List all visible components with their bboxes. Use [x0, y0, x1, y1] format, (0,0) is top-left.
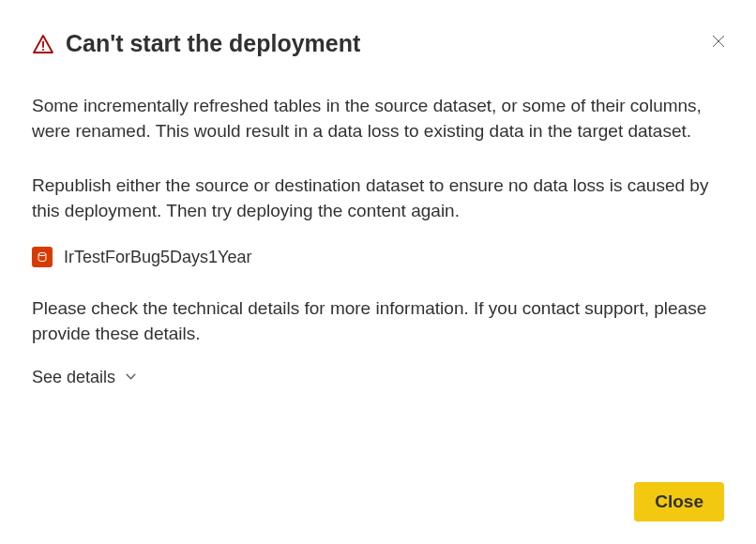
message-paragraph-2: Republish either the source or destinati… — [32, 173, 724, 224]
dialog-body: Some incrementally refreshed tables in t… — [32, 93, 724, 466]
dialog-header: Can't start the deployment — [32, 28, 724, 59]
close-icon — [711, 34, 726, 52]
svg-point-4 — [38, 252, 46, 255]
see-details-toggle[interactable]: See details — [32, 364, 137, 391]
dataset-name: IrTestForBug5Days1Year — [64, 245, 251, 269]
warning-icon — [32, 31, 54, 55]
see-details-label: See details — [32, 368, 115, 387]
close-icon-button[interactable] — [707, 30, 730, 55]
dataset-reference: IrTestForBug5Days1Year — [32, 245, 724, 269]
dialog-title: Can't start the deployment — [66, 28, 360, 59]
message-paragraph-1: Some incrementally refreshed tables in t… — [32, 93, 724, 144]
message-paragraph-3: Please check the technical details for m… — [32, 295, 724, 347]
dataset-icon — [32, 247, 53, 267]
dialog-footer: Close — [32, 482, 724, 521]
error-dialog: Can't start the deployment Some incremen… — [0, 0, 756, 544]
chevron-down-icon — [125, 368, 137, 387]
svg-point-1 — [42, 49, 44, 51]
close-button[interactable]: Close — [634, 482, 724, 521]
